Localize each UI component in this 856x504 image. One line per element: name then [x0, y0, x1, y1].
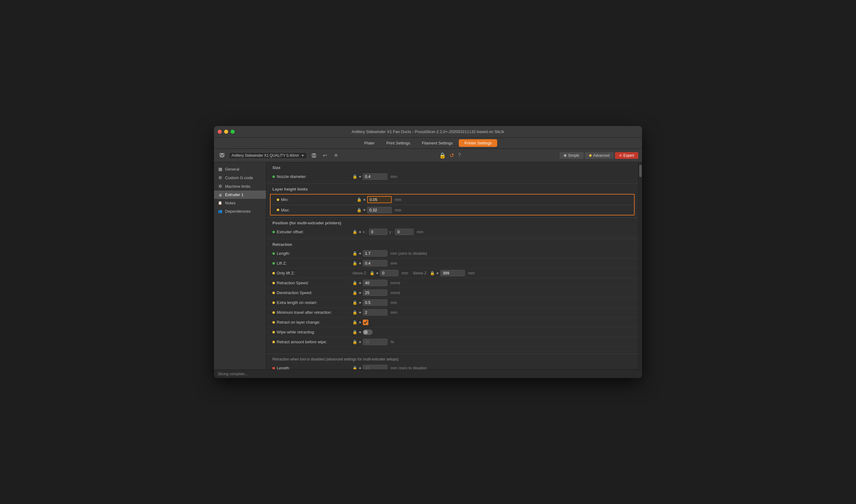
advanced-label: Advanced — [593, 154, 609, 158]
mode-advanced-button[interactable]: Advanced — [585, 152, 614, 159]
sidebar-item-notes[interactable]: 📋 Notes — [214, 199, 266, 207]
min-travel-dot-s — [359, 312, 361, 313]
extra-length-input[interactable]: 0.5 — [363, 299, 388, 306]
wipe-toggle[interactable] — [363, 329, 373, 335]
preset-dropdown-icon[interactable]: ▼ — [301, 154, 304, 157]
advanced-dot — [589, 154, 592, 157]
wipe-controls: 🔒 — [352, 329, 632, 335]
sidebar-item-dependencies[interactable]: 👥 Dependencies — [214, 207, 266, 215]
size-section-header: Size — [266, 162, 638, 172]
sidebar-item-extruder-1[interactable]: 🖨 Extruder 1 — [214, 191, 266, 199]
lift-z-unit: mm — [391, 261, 397, 266]
deretraction-speed-input[interactable]: 25 — [363, 289, 388, 296]
application-window: Artillery Sidewinder X1 Fan Ducts - Prus… — [214, 126, 642, 378]
above-z-input[interactable]: 0 — [380, 270, 398, 276]
help-icon[interactable]: ? — [458, 152, 461, 159]
refresh-icon[interactable]: ↺ — [449, 152, 454, 159]
undo-button[interactable]: ↩ — [321, 151, 329, 160]
titlebar: Artillery Sidewinder X1 Fan Ducts - Prus… — [214, 126, 642, 138]
wipe-lock[interactable]: 🔒 — [352, 330, 357, 335]
lift-z-dot-s — [359, 263, 361, 264]
save-preset-button[interactable] — [310, 151, 318, 160]
tab-plater[interactable]: Plater — [359, 139, 380, 147]
wipe-dot-s — [359, 331, 361, 333]
preset-selector[interactable]: Artillery Sidewinder X1 QUALITY 0.40mm n… — [229, 152, 307, 159]
mode-expert-button[interactable]: Expert — [615, 152, 638, 159]
scrollbar[interactable] — [638, 162, 642, 370]
min-label: Min: — [277, 197, 357, 202]
ret-speed-unit: mm/s — [391, 281, 400, 285]
min-controls: 🔒 0.05 mm — [357, 196, 628, 203]
ret-dis-controls: 🔒 10 mm (zero to disable) — [352, 365, 632, 370]
lift-z-input[interactable]: 0.4 — [363, 260, 388, 267]
tab-printer-settings[interactable]: Printer Settings — [459, 139, 497, 147]
deretraction-speed-row: Deretraction Speed: 🔒 25 mm/s — [266, 288, 638, 298]
deret-speed-controls: 🔒 25 mm/s — [352, 289, 632, 296]
ret-disabled-length-input[interactable]: 10 — [363, 365, 388, 370]
ret-dis-lock[interactable]: 🔒 — [352, 366, 357, 370]
printer-icon — [218, 151, 226, 160]
machine-limits-icon: ⚙ — [218, 184, 222, 189]
maximize-button[interactable] — [231, 130, 235, 134]
minimize-button[interactable] — [224, 130, 228, 134]
min-travel-controls: 🔒 2 mm — [352, 309, 632, 316]
sidebar-item-general[interactable]: ▦ General — [214, 165, 266, 173]
lift-z-label: Lift Z: — [272, 261, 352, 266]
ret-wipe-dot — [272, 341, 275, 343]
y-label: y : — [389, 230, 394, 234]
retract-before-wipe-input[interactable]: 20 — [363, 339, 388, 345]
offset-y-input[interactable]: 0 — [395, 229, 413, 235]
min-travel-input[interactable]: 2 — [363, 309, 388, 316]
min-lock-icon[interactable]: 🔒 — [357, 197, 361, 202]
below-z-lock[interactable]: 🔒 — [430, 271, 435, 275]
ret-lc-lock[interactable]: 🔒 — [352, 320, 357, 325]
ret-speed-lock[interactable]: 🔒 — [352, 281, 357, 285]
above-z-lock[interactable]: 🔒 — [370, 271, 374, 275]
ret-lc-controls: 🔒 — [352, 320, 632, 325]
retraction-length-input[interactable]: 1.7 — [363, 250, 388, 257]
scrollbar-thumb[interactable] — [639, 165, 642, 177]
min-travel-label: Minimum travel after retraction: — [272, 310, 352, 315]
lock-icon[interactable]: 🔒 — [439, 152, 446, 159]
max-lock-icon[interactable]: 🔒 — [357, 208, 361, 212]
general-label: General — [225, 167, 239, 172]
nozzle-diameter-input[interactable]: 0.4 — [363, 173, 388, 180]
sidebar-item-custom-gcode[interactable]: ⚙ Custom G-code — [214, 173, 266, 182]
retract-layer-change-checkbox[interactable] — [363, 320, 368, 325]
sidebar-item-machine-limits[interactable]: ⚙ Machine limits — [214, 182, 266, 191]
dependencies-label: Dependencies — [225, 209, 251, 214]
below-z-unit: mm — [468, 271, 475, 275]
mode-simple-button[interactable]: Simple — [559, 152, 584, 159]
tab-filament-settings[interactable]: Filament Settings — [416, 139, 458, 147]
min-travel-row: Minimum travel after retraction: 🔒 2 mm — [266, 308, 638, 318]
tab-print-settings[interactable]: Print Settings — [381, 139, 416, 147]
min-layer-height-input[interactable]: 0.05 — [367, 196, 392, 203]
max-layer-height-input[interactable]: 0.32 — [367, 207, 392, 213]
retraction-length-row: Length: 🔒 1.7 mm (zero to disable) — [266, 249, 638, 258]
lift-z-controls: 🔒 0.4 mm — [352, 260, 632, 267]
retraction-speed-input[interactable]: 40 — [363, 280, 388, 286]
lift-z-dot — [272, 262, 275, 265]
close-button[interactable] — [218, 130, 222, 134]
extruder-offset-label: Extruder offset: — [272, 230, 352, 234]
ret-wipe-lock[interactable]: 🔒 — [352, 340, 357, 344]
extra-length-lock[interactable]: 🔒 — [352, 300, 357, 305]
close-preset-button[interactable]: ✕ — [332, 151, 340, 160]
lift-z-lock[interactable]: 🔒 — [352, 261, 357, 266]
nozzle-lock-icon[interactable]: 🔒 — [352, 174, 357, 179]
notes-icon: 📋 — [218, 201, 222, 205]
min-travel-lock[interactable]: 🔒 — [352, 310, 357, 315]
tab-bar: Plater Print Settings Filament Settings … — [214, 138, 642, 149]
ret-length-lock[interactable]: 🔒 — [352, 251, 357, 256]
min-layer-height-row: Min: 🔒 0.05 mm — [271, 195, 634, 205]
offset-x-input[interactable]: 0 — [369, 229, 388, 235]
below-z-input[interactable]: 399 — [440, 270, 465, 276]
extra-length-dot-s — [359, 302, 361, 304]
extruder-offset-row: Extruder offset: 🔒 x : 0 y : 0 mm — [266, 227, 638, 237]
deret-speed-lock[interactable]: 🔒 — [352, 290, 357, 295]
svg-rect-2 — [221, 154, 223, 155]
offset-lock-icon[interactable]: 🔒 — [352, 230, 357, 234]
retract-before-wipe-row: Retract amount before wipe: 🔒 20 % — [266, 337, 638, 347]
retract-before-wipe-label: Retract amount before wipe: — [272, 340, 352, 344]
below-z-label: Below Z: — [413, 271, 428, 275]
